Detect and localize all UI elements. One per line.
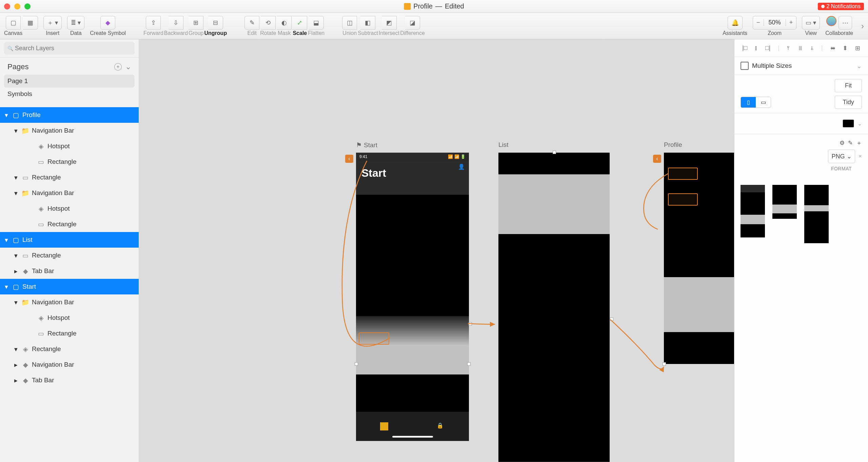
artboard-label[interactable]: ⚑Start (356, 141, 377, 149)
layer-row[interactable]: ▾▭Rectangle (0, 170, 139, 185)
align-right-icon[interactable]: □| (765, 44, 771, 52)
layer-row[interactable]: ▾▢List (0, 232, 139, 248)
ungroup-button[interactable]: ⊟ (208, 16, 223, 30)
preview-thumb[interactable] (772, 185, 797, 219)
flatten-button[interactable]: ⬓ (309, 16, 324, 30)
toolbar-overflow-icon[interactable] (861, 21, 864, 31)
align-left-icon[interactable]: |□ (742, 44, 748, 52)
minimize-window-button[interactable] (14, 3, 20, 9)
app-window: Profile—Edited 2 Notifications ▢Canvas ▦… (0, 0, 868, 462)
align-top-icon[interactable]: ⫯ (787, 44, 790, 52)
page-item[interactable]: Symbols (0, 88, 139, 100)
union-button[interactable]: ◫ (342, 16, 357, 30)
back-chevron-icon[interactable]: ‹ (653, 155, 661, 163)
layer-row[interactable]: ▾◈Rectangle (0, 341, 139, 357)
close-window-button[interactable] (4, 3, 10, 9)
artboard-profile[interactable]: Profile (664, 153, 734, 364)
hotspot[interactable] (359, 332, 389, 345)
artboard-list[interactable]: List ▢ (498, 153, 610, 462)
hotspot[interactable] (668, 193, 698, 206)
mask-button[interactable]: ◐ (277, 16, 292, 30)
zoom-control[interactable]: − 50% + (753, 16, 796, 30)
canvas-grid-button[interactable]: ▦ (23, 16, 38, 30)
artboard-label[interactable]: Profile (664, 141, 682, 149)
document-title: Profile—Edited (404, 2, 464, 10)
artboard-start[interactable]: ⚑Start 9:41📶 📶 🔋 👤 Start 🔒 (356, 153, 469, 441)
layer-row[interactable]: ▸◆Tab Bar (0, 372, 139, 388)
layer-row[interactable]: ▾📁Navigation Bar (0, 294, 139, 310)
distribute-h-icon[interactable]: ⬌ (830, 44, 835, 52)
forward-button[interactable]: ⇪ (146, 16, 161, 30)
pages-dropdown-icon[interactable]: ⌄ (125, 62, 131, 71)
tidy-icon[interactable]: ⊞ (855, 44, 860, 52)
maximize-window-button[interactable] (24, 3, 31, 9)
edit-pencil-icon[interactable]: ✎ (848, 139, 853, 147)
align-middle-icon[interactable]: ⫼ (797, 44, 804, 52)
data-button[interactable]: ≣ ▾ (67, 16, 84, 30)
status-time: 9:41 (359, 154, 367, 159)
remove-export-icon[interactable]: × (859, 153, 862, 160)
add-export-icon[interactable]: ＋ (856, 139, 862, 147)
layer-row[interactable]: ▭Rectangle (0, 216, 139, 232)
layer-row[interactable]: ▾▢Start (0, 279, 139, 294)
artboard-label[interactable]: List (498, 141, 509, 149)
export-previews (734, 179, 868, 249)
layer-row[interactable]: ▾▢Profile (0, 107, 139, 123)
resize-selector[interactable]: Multiple Sizes ⌄ (734, 57, 868, 75)
distribute-v-icon[interactable]: ⬍ (843, 44, 848, 52)
layer-row[interactable]: ▭Rectangle (0, 326, 139, 341)
backward-button[interactable]: ⇩ (169, 16, 183, 30)
search-layers-input[interactable] (4, 42, 135, 55)
fill-color-swatch[interactable] (843, 119, 854, 128)
align-center-h-icon[interactable]: ⫿ (755, 44, 758, 52)
layer-row[interactable]: ▾▭Rectangle (0, 248, 139, 263)
layer-row[interactable]: ◈Hotspot (0, 201, 139, 216)
layer-row[interactable]: ▭Rectangle (0, 154, 139, 170)
tab-lock-icon[interactable]: 🔒 (437, 422, 445, 430)
rotate-button[interactable]: ⟲ (261, 16, 276, 30)
group-button[interactable]: ⊞ (189, 16, 203, 30)
layer-row[interactable]: ▾📁Navigation Bar (0, 185, 139, 201)
layer-row[interactable]: ▸◆Tab Bar (0, 263, 139, 279)
profile-icon: 👤 (458, 163, 465, 170)
notifications-badge[interactable]: 2 Notifications (818, 3, 864, 10)
difference-button[interactable]: ◪ (405, 16, 420, 30)
create-symbol-button[interactable]: ◆ (100, 16, 115, 30)
collaborator-avatar[interactable] (826, 16, 836, 26)
subtract-button[interactable]: ◧ (360, 16, 375, 30)
preview-thumb[interactable] (741, 185, 765, 237)
home-indicator (392, 436, 433, 438)
chevron-down-icon[interactable]: ⌄ (857, 120, 862, 127)
inspector-sidebar: |□ ⫿ □| | ⫯ ⫼ ⫰ | ⬌ ⬍ ⊞ Multiple Sizes ⌄… (734, 39, 868, 462)
add-page-button[interactable]: + (114, 63, 122, 71)
hotspot[interactable] (668, 168, 698, 180)
layer-row[interactable]: ▾📁Navigation Bar (0, 123, 139, 138)
layer-row[interactable]: ▸◆Navigation Bar (0, 357, 139, 372)
layer-sidebar: Pages + ⌄ Page 1 Symbols ▾▢Profile▾📁Navi… (0, 39, 139, 462)
back-chevron-icon[interactable]: ‹ (345, 155, 353, 163)
fit-button[interactable]: Fit (835, 79, 862, 92)
export-format-select[interactable]: PNG ⌄ (828, 150, 855, 163)
page-item[interactable]: Page 1 (4, 75, 135, 88)
intersect-button[interactable]: ◩ (382, 16, 397, 30)
preview-thumb[interactable] (804, 185, 829, 243)
assistants-button[interactable]: 🔔 (728, 16, 743, 30)
insert-button[interactable]: ＋ ▾ (43, 16, 62, 30)
view-button[interactable]: ▭ ▾ (802, 16, 820, 30)
tab-home-icon[interactable] (380, 422, 388, 430)
scale-button[interactable]: ⤢ (292, 16, 307, 30)
layer-row[interactable]: ◈Hotspot (0, 138, 139, 154)
canvas-button[interactable]: ▢ (6, 16, 21, 30)
pages-header: Pages (7, 62, 28, 71)
canvas[interactable]: ⚑Start 9:41📶 📶 🔋 👤 Start 🔒 ‹ (139, 39, 734, 462)
edit-button[interactable]: ✎ (244, 16, 259, 30)
layer-row[interactable]: ◈Hotspot (0, 310, 139, 326)
align-bottom-icon[interactable]: ⫰ (811, 44, 814, 52)
adjust-icon[interactable]: ⚙ (840, 139, 845, 147)
collaborate-menu[interactable]: ⋯ (839, 16, 852, 30)
artboard-icon (741, 62, 749, 70)
orientation-landscape[interactable]: ▭ (756, 97, 771, 108)
tidy-button[interactable]: Tidy (835, 96, 862, 109)
chevron-down-icon: ⌄ (856, 62, 862, 70)
orientation-portrait[interactable]: ▯ (741, 97, 756, 108)
